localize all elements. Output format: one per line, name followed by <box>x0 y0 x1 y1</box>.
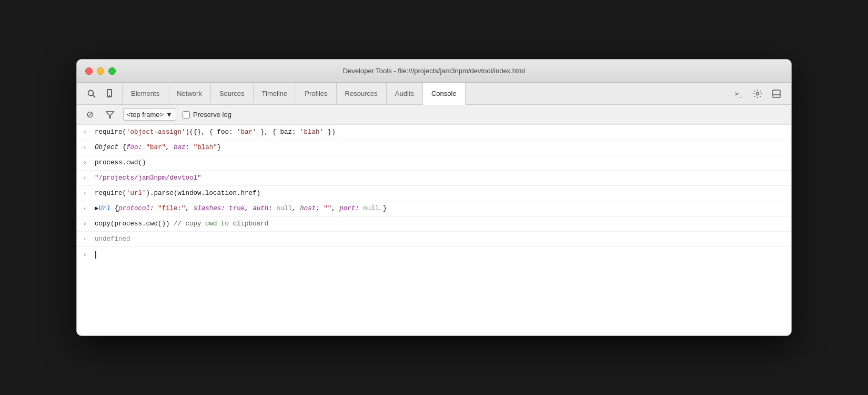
filter-icon <box>105 110 115 120</box>
dock-icon <box>772 89 781 98</box>
svg-marker-7 <box>106 112 114 118</box>
console-entry: Object {foo: "bar", baz: "blah"} <box>95 142 785 153</box>
console-entry: require('url').parse(window.location.hre… <box>95 188 785 199</box>
console-entry: require('object-assign')({}, { foo: 'bar… <box>95 127 785 137</box>
console-entry: process.cwd() <box>95 157 785 168</box>
toolbar-right: >_ <box>726 83 789 104</box>
console-input-area[interactable] <box>95 250 785 260</box>
tab-timeline[interactable]: Timeline <box>254 83 297 104</box>
device-toggle-button[interactable] <box>101 85 118 102</box>
console-line: ‹ "/projects/jam3npm/devtool" <box>77 171 791 186</box>
arrow-left-icon: ‹ <box>83 143 93 153</box>
tab-elements[interactable]: Elements <box>123 83 168 104</box>
console-line: › require('url').parse(window.location.h… <box>77 186 791 201</box>
tab-console[interactable]: Console <box>423 83 466 105</box>
console-line: ‹ ▶Url {protocol: "file:", slashes: true… <box>77 201 791 216</box>
console-entry: copy(process.cwd()) // copy cwd to clipb… <box>95 219 785 229</box>
traffic-lights <box>85 67 116 75</box>
tab-list: Elements Network Sources Timeline Profil… <box>123 83 726 104</box>
gear-icon <box>753 89 762 98</box>
arrow-right-icon: › <box>83 128 93 137</box>
console-entry: undefined <box>95 234 785 244</box>
console-line: › process.cwd() <box>77 155 791 171</box>
maximize-button[interactable] <box>108 67 116 75</box>
dock-button[interactable] <box>768 85 785 102</box>
search-icon <box>87 89 96 98</box>
arrow-right-icon: › <box>83 220 93 229</box>
mobile-icon <box>105 89 114 98</box>
input-arrow-icon: › <box>83 251 93 260</box>
arrow-left-icon: ‹ <box>83 174 93 183</box>
svg-point-4 <box>756 92 759 95</box>
cursor <box>95 251 96 259</box>
tab-resources[interactable]: Resources <box>337 83 387 104</box>
toolbar-icons <box>79 83 123 104</box>
svg-point-0 <box>88 90 94 95</box>
clear-console-button[interactable]: ⊘ <box>83 108 97 122</box>
console-entry: ▶Url {protocol: "file:", slashes: true, … <box>95 203 785 214</box>
console-input-line[interactable]: › <box>77 247 791 263</box>
arrow-right-icon: › <box>83 189 93 199</box>
svg-rect-5 <box>773 90 780 97</box>
preserve-log-checkbox[interactable] <box>183 111 190 118</box>
settings-button[interactable] <box>749 85 766 102</box>
title-bar: Developer Tools - file:///projects/jam3n… <box>77 60 791 83</box>
devtools-window: Developer Tools - file:///projects/jam3n… <box>76 59 792 336</box>
console-toolbar: ⊘ <top frame> ▼ Preserve log <box>77 105 791 125</box>
console-output: › require('object-assign')({}, { foo: 'b… <box>77 125 791 335</box>
preserve-log-toggle[interactable]: Preserve log <box>183 111 231 118</box>
tab-profiles[interactable]: Profiles <box>296 83 336 104</box>
svg-line-1 <box>93 95 96 97</box>
arrow-left-icon: ‹ <box>83 235 93 244</box>
console-line: › copy(process.cwd()) // copy cwd to cli… <box>77 216 791 232</box>
tab-audits[interactable]: Audits <box>387 83 423 104</box>
console-line: ‹ Object {foo: "bar", baz: "blah"} <box>77 140 791 155</box>
tab-network[interactable]: Network <box>168 83 211 104</box>
window-title: Developer Tools - file:///projects/jam3n… <box>343 67 526 75</box>
close-button[interactable] <box>85 67 93 75</box>
tab-sources[interactable]: Sources <box>211 83 254 104</box>
filter-button[interactable] <box>103 108 117 122</box>
arrow-left-icon: ‹ <box>83 204 93 214</box>
tab-bar: Elements Network Sources Timeline Profil… <box>77 83 791 105</box>
frame-selector[interactable]: <top frame> ▼ <box>123 108 176 121</box>
console-line: ‹ undefined <box>77 232 791 247</box>
arrow-right-icon: › <box>83 159 93 168</box>
minimize-button[interactable] <box>97 67 104 75</box>
search-button[interactable] <box>83 85 100 102</box>
console-line: › require('object-assign')({}, { foo: 'b… <box>77 125 791 140</box>
terminal-button[interactable]: >_ <box>730 85 747 102</box>
console-entry: "/projects/jam3npm/devtool" <box>95 173 785 183</box>
